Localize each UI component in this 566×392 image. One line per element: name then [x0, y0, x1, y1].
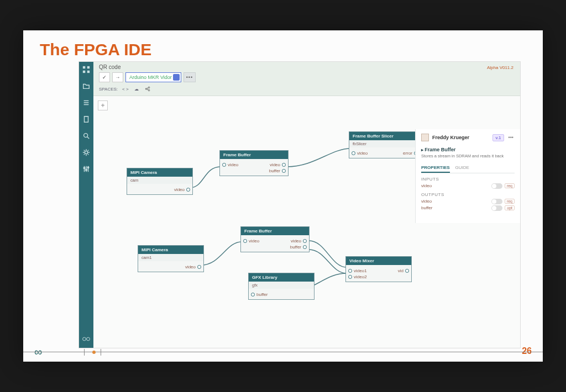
svg-point-14 [148, 89, 150, 91]
node-title: Video Mixer [346, 257, 411, 265]
search-icon[interactable] [82, 131, 91, 140]
node-frame-buffer-2[interactable]: Frame Buffer video video buffer [240, 226, 310, 252]
svg-point-9 [87, 167, 89, 168]
board-selector[interactable]: Arduino MKR Vidor [125, 72, 181, 82]
user-avatar [421, 134, 429, 141]
port-in-video[interactable]: video [222, 162, 238, 167]
grid-icon[interactable] [82, 65, 91, 74]
slide-timeline [23, 352, 543, 362]
ide-window: QR code ✓ → Arduino MKR Vidor ••• Alpha … [78, 61, 521, 348]
node-title: Frame Buffer Slicer [349, 132, 420, 140]
port-out-video[interactable]: video [174, 187, 190, 192]
user-name: Freddy Krueger [432, 135, 469, 140]
slide-title: The FPGA IDE [23, 30, 543, 63]
toolbar: ✓ → Arduino MKR Vidor ••• [99, 72, 515, 82]
svg-point-12 [145, 88, 147, 90]
ide-main: QR code ✓ → Arduino MKR Vidor ••• Alpha … [93, 62, 520, 348]
cloud-icon[interactable]: ☁ [133, 86, 140, 92]
port-in-video1[interactable]: video1 [348, 268, 367, 273]
version-badge[interactable]: v.1 [492, 134, 504, 141]
port-in-video2[interactable]: video2 [348, 274, 367, 279]
sliders-icon[interactable] [82, 165, 91, 173]
output-row: video req [421, 199, 515, 204]
node-title: Frame Buffer [241, 227, 309, 235]
inspector-section-title[interactable]: Frame Buffer [421, 147, 515, 152]
add-node-button[interactable]: + [98, 100, 108, 110]
svg-point-11 [87, 337, 90, 341]
upload-button[interactable]: → [112, 72, 123, 82]
svg-rect-1 [87, 66, 90, 68]
node-title: MIPI Camera [127, 168, 192, 177]
port-in-video[interactable]: video [243, 239, 259, 243]
gear-icon[interactable] [82, 148, 91, 157]
svg-rect-4 [85, 116, 88, 123]
presentation-slide: The FPGA IDE [23, 30, 543, 362]
svg-point-13 [148, 87, 150, 88]
arduino-logo-icon [82, 335, 91, 343]
port-out-vid[interactable]: vid [398, 268, 409, 273]
inspector-tabs: PROPERTIES GUIDE [421, 163, 515, 173]
node-canvas[interactable]: + MIPI Camera cam vid [93, 96, 520, 348]
spaces-brackets[interactable]: < > [122, 87, 129, 92]
spaces-label: SPACES: [99, 87, 118, 92]
output-toggle[interactable] [491, 199, 502, 204]
svg-point-5 [84, 134, 88, 137]
input-toggle[interactable] [491, 183, 502, 189]
version-tag: Alpha V011.2 [487, 65, 513, 70]
svg-rect-0 [83, 66, 85, 68]
port-out-buffer[interactable]: buffer [251, 292, 268, 297]
svg-point-6 [85, 151, 87, 153]
ide-header: QR code ✓ → Arduino MKR Vidor ••• Alpha … [93, 62, 520, 96]
timeline-marker [92, 351, 96, 354]
port-out-video[interactable]: video [291, 239, 307, 243]
node-title: Frame Buffer [220, 151, 288, 159]
node-instance: cam [127, 177, 192, 184]
project-name: QR code [99, 64, 515, 70]
more-button[interactable]: ••• [184, 72, 196, 82]
list-icon[interactable] [82, 98, 91, 107]
node-gfx-library[interactable]: GFX Library gfx buffer [248, 273, 315, 300]
node-video-mixer[interactable]: Video Mixer video1 vid video2 [345, 256, 412, 282]
svg-rect-2 [83, 71, 85, 73]
port-out-video[interactable]: video [270, 162, 286, 167]
inspector-panel: Freddy Krueger v.1 ••• Frame Buffer Stor… [415, 129, 520, 223]
node-title: MIPI Camera [138, 246, 203, 254]
svg-point-8 [86, 169, 87, 171]
tab-properties[interactable]: PROPERTIES [421, 163, 450, 173]
node-frame-buffer-slicer[interactable]: Frame Buffer Slicer fbSlicer video error [349, 131, 421, 158]
verify-button[interactable]: ✓ [99, 72, 110, 82]
node-mipi-camera-2[interactable]: MIPI Camera cam1 video [138, 245, 204, 272]
svg-point-7 [83, 167, 85, 169]
node-mipi-camera-1[interactable]: MIPI Camera cam video [127, 168, 193, 195]
port-in-video[interactable]: video [352, 151, 368, 156]
port-out-buffer[interactable]: buffer [269, 168, 286, 173]
svg-point-10 [83, 337, 86, 341]
share-icon[interactable] [144, 86, 151, 92]
node-title: GFX Library [249, 273, 314, 282]
input-row: video req [421, 183, 515, 189]
inputs-heading: INPUTS [421, 177, 515, 182]
node-instance: fbSlicer [349, 140, 420, 147]
spaces-bar: SPACES: < > ☁ [99, 86, 515, 92]
clipboard-icon[interactable] [82, 115, 91, 124]
tab-guide[interactable]: GUIDE [455, 163, 469, 173]
inspector-more-button[interactable]: ••• [507, 135, 515, 140]
inspector-description: Stores a stream in SDRAM and reads it ba… [421, 153, 515, 159]
left-rail [79, 62, 93, 348]
node-instance: gfx [249, 282, 314, 289]
folder-icon[interactable] [82, 82, 91, 91]
output-row: buffer opt [421, 205, 515, 211]
svg-rect-3 [87, 71, 90, 73]
port-out-buffer[interactable]: buffer [290, 245, 307, 250]
node-instance: cam1 [138, 254, 203, 261]
output-toggle[interactable] [491, 205, 502, 211]
port-out-video[interactable]: video [185, 264, 201, 269]
node-frame-buffer-1[interactable]: Frame Buffer video video buffer [219, 150, 289, 176]
outputs-heading: OUTPUTS [421, 192, 515, 197]
